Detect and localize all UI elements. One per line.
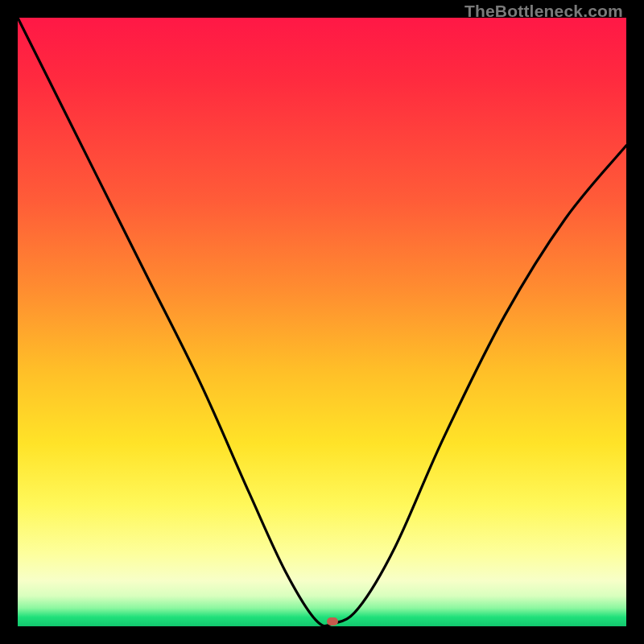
chart-frame: TheBottleneck.com	[0, 0, 644, 644]
plot-area	[18, 18, 626, 626]
optimal-marker	[327, 617, 338, 625]
bottleneck-curve	[18, 18, 626, 626]
